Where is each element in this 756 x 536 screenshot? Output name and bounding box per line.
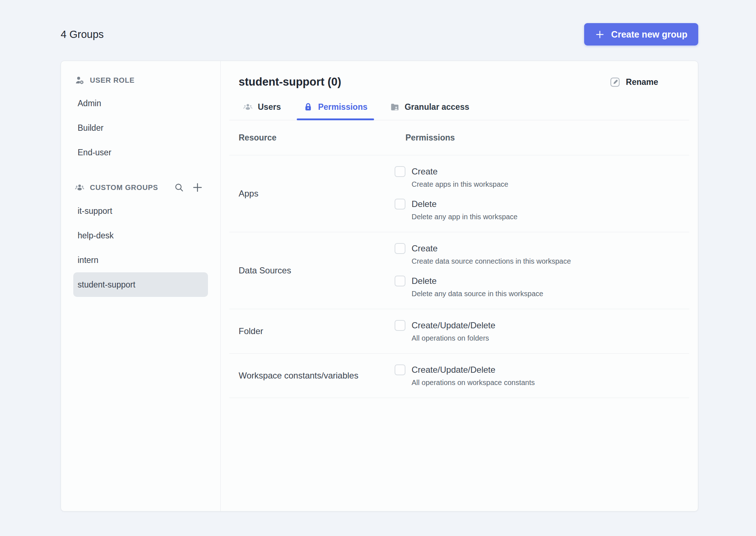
sidebar-item-help-desk[interactable]: help-desk bbox=[73, 223, 208, 248]
user-role-section-header: USER ROLE bbox=[61, 75, 220, 85]
create-new-group-label: Create new group bbox=[611, 29, 687, 40]
group-detail-panel: student-support (0) Rename bbox=[221, 61, 698, 511]
sidebar-group-item-label: help-desk bbox=[78, 231, 114, 241]
people-group-icon bbox=[75, 183, 84, 193]
sidebar-item-end-user[interactable]: End-user bbox=[73, 140, 208, 165]
resource-permissions: Create Create data source connections in… bbox=[395, 243, 689, 298]
group-tabs: Users Permissions bbox=[229, 102, 689, 120]
folder-user-icon bbox=[390, 102, 400, 112]
permissions-table-header: Resource Permissions bbox=[229, 120, 689, 155]
sidebar-item-intern[interactable]: intern bbox=[73, 248, 208, 272]
tab-permissions-label: Permissions bbox=[318, 102, 368, 112]
user-role-icon bbox=[75, 75, 84, 85]
sidebar-item-builder[interactable]: Builder bbox=[73, 116, 208, 140]
column-header-permissions: Permissions bbox=[395, 133, 689, 143]
groups-count-title: 4 Groups bbox=[61, 29, 104, 40]
sidebar-group-item-label: it-support bbox=[78, 206, 112, 216]
sidebar-item-admin[interactable]: Admin bbox=[73, 91, 208, 116]
topbar: 4 Groups Create new group bbox=[61, 0, 698, 46]
permission-checkbox[interactable] bbox=[395, 364, 405, 375]
permission-checkbox[interactable] bbox=[395, 243, 405, 254]
permissions-table: Resource Permissions Apps Create Create … bbox=[229, 120, 689, 398]
users-icon bbox=[243, 102, 253, 112]
group-title: student-support (0) bbox=[239, 75, 341, 88]
resource-label: Workspace constants/variables bbox=[229, 364, 395, 387]
permissions-table-row: Apps Create Create apps in this workspac… bbox=[229, 155, 689, 232]
user-role-list: Admin Builder End-user bbox=[61, 91, 220, 165]
tab-granular-access[interactable]: Granular access bbox=[383, 102, 476, 120]
resource-permissions: Create Create apps in this workspace Del… bbox=[395, 166, 689, 221]
resource-label: Apps bbox=[229, 166, 395, 221]
groups-sidebar: USER ROLE Admin Builder End-user bbox=[61, 61, 221, 511]
permission-description: All operations on workspace constants bbox=[412, 379, 689, 387]
groups-panel: USER ROLE Admin Builder End-user bbox=[61, 61, 698, 511]
permission-item: Create Create data source connections in… bbox=[395, 243, 689, 265]
custom-groups-list: it-support help-desk intern student-supp… bbox=[61, 199, 220, 297]
permission-description: Delete any data source in this workspace bbox=[412, 290, 689, 298]
sidebar-group-item-label: Builder bbox=[78, 123, 104, 133]
permission-description: Create apps in this workspace bbox=[412, 180, 689, 189]
permission-label: Create bbox=[412, 167, 438, 177]
permission-description: Create data source connections in this w… bbox=[412, 257, 689, 265]
edit-pencil-icon bbox=[609, 77, 621, 88]
tab-granular-access-label: Granular access bbox=[405, 102, 469, 112]
add-group-button[interactable] bbox=[192, 182, 203, 193]
user-role-section-title: USER ROLE bbox=[90, 76, 135, 85]
permission-label: Create/Update/Delete bbox=[412, 320, 495, 330]
rename-label: Rename bbox=[626, 77, 658, 87]
permission-label: Create/Update/Delete bbox=[412, 365, 495, 375]
sidebar-group-item-label: student-support bbox=[78, 280, 135, 290]
column-header-resource: Resource bbox=[229, 133, 395, 143]
rename-button[interactable]: Rename bbox=[609, 77, 658, 88]
permission-item: Create/Update/Delete All operations on w… bbox=[395, 364, 689, 387]
permission-item: Delete Delete any app in this workspace bbox=[395, 199, 689, 221]
sidebar-item-it-support[interactable]: it-support bbox=[73, 199, 208, 223]
permissions-table-body: Apps Create Create apps in this workspac… bbox=[229, 155, 689, 398]
permission-item: Delete Delete any data source in this wo… bbox=[395, 276, 689, 298]
permission-item: Create/Update/Delete All operations on f… bbox=[395, 320, 689, 342]
tab-permissions[interactable]: Permissions bbox=[297, 102, 374, 120]
permission-label: Create bbox=[412, 243, 438, 254]
resource-permissions: Create/Update/Delete All operations on f… bbox=[395, 320, 689, 342]
permission-checkbox[interactable] bbox=[395, 166, 405, 177]
lock-icon bbox=[303, 102, 313, 112]
sidebar-group-item-label: End-user bbox=[78, 148, 111, 157]
permissions-table-row: Workspace constants/variables Create/Upd… bbox=[229, 354, 689, 398]
permission-description: All operations on folders bbox=[412, 334, 689, 342]
tab-users-label: Users bbox=[258, 102, 281, 112]
search-icon bbox=[174, 182, 184, 193]
search-groups-button[interactable] bbox=[174, 182, 184, 193]
plus-icon bbox=[595, 30, 605, 39]
permission-label: Delete bbox=[412, 199, 436, 209]
permission-checkbox[interactable] bbox=[395, 276, 405, 286]
permissions-table-row: Data Sources Create Create data source c… bbox=[229, 232, 689, 309]
tab-users[interactable]: Users bbox=[236, 102, 287, 120]
plus-icon bbox=[192, 182, 203, 193]
resource-permissions: Create/Update/Delete All operations on w… bbox=[395, 364, 689, 387]
custom-groups-section-header: CUSTOM GROUPS bbox=[61, 182, 220, 193]
permission-description: Delete any app in this workspace bbox=[412, 213, 689, 221]
sidebar-group-item-label: intern bbox=[78, 255, 99, 265]
permission-item: Create Create apps in this workspace bbox=[395, 166, 689, 189]
resource-label: Data Sources bbox=[229, 243, 395, 298]
sidebar-group-item-label: Admin bbox=[78, 99, 101, 108]
permission-checkbox[interactable] bbox=[395, 320, 405, 331]
custom-groups-section-title: CUSTOM GROUPS bbox=[90, 183, 158, 192]
permissions-table-row: Folder Create/Update/Delete All operatio… bbox=[229, 309, 689, 354]
resource-label: Folder bbox=[229, 320, 395, 342]
sidebar-item-student-support[interactable]: student-support bbox=[73, 272, 208, 297]
permission-label: Delete bbox=[412, 276, 436, 286]
create-new-group-button[interactable]: Create new group bbox=[584, 23, 698, 46]
permission-checkbox[interactable] bbox=[395, 199, 405, 209]
